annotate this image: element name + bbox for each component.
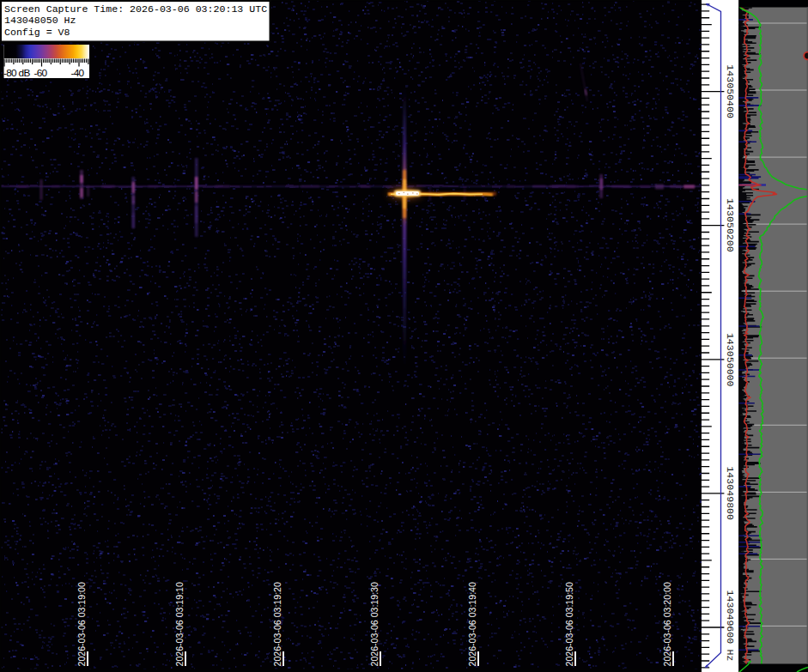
svg-text:2026-03-06 03:20:00: 2026-03-06 03:20:00 bbox=[662, 582, 672, 666]
svg-text:143049600: 143049600 bbox=[725, 590, 736, 645]
svg-text:Config = V8: Config = V8 bbox=[4, 27, 70, 38]
svg-text:143050200: 143050200 bbox=[725, 198, 736, 252]
svg-text:143049800: 143049800 bbox=[725, 466, 736, 520]
svg-text:-40: -40 bbox=[71, 67, 85, 79]
svg-text:Hz: Hz bbox=[725, 650, 736, 662]
svg-text:2026-03-06 03:19:20: 2026-03-06 03:19:20 bbox=[272, 582, 282, 666]
svg-text:2026-03-06 03:19:30: 2026-03-06 03:19:30 bbox=[369, 582, 380, 666]
svg-text:2026-03-06 03:19:40: 2026-03-06 03:19:40 bbox=[467, 582, 477, 666]
svg-text:143048050 Hz: 143048050 Hz bbox=[4, 15, 76, 26]
svg-text:Screen Capture Time: 2026-03-0: Screen Capture Time: 2026-03-06 03:20:13… bbox=[4, 3, 267, 15]
svg-text:2026-03-06 03:19:10: 2026-03-06 03:19:10 bbox=[174, 582, 185, 666]
svg-text:143050400: 143050400 bbox=[725, 64, 736, 118]
svg-text:2026-03-06 03:19:50: 2026-03-06 03:19:50 bbox=[564, 582, 574, 666]
svg-text:-80 dB: -80 dB bbox=[3, 67, 30, 79]
svg-text:-60: -60 bbox=[34, 67, 48, 79]
svg-text:2026-03-06 03:19:00: 2026-03-06 03:19:00 bbox=[76, 582, 87, 666]
svg-text:143050000: 143050000 bbox=[725, 333, 736, 387]
